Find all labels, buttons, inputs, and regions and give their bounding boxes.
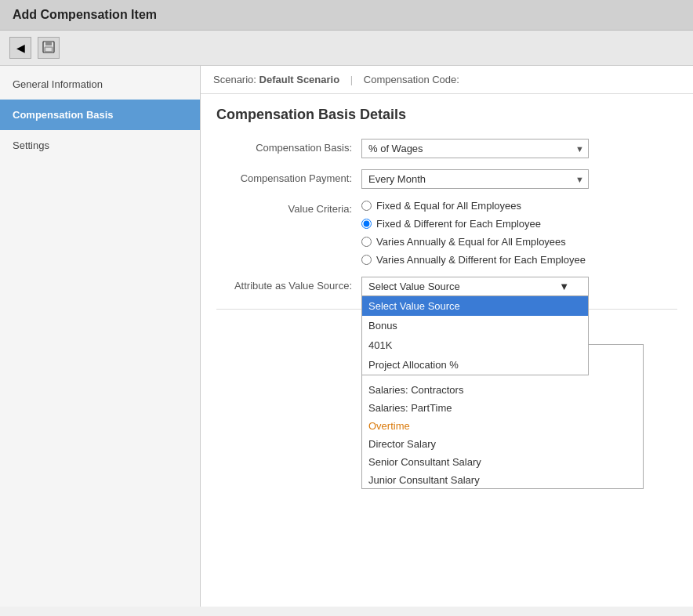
save-button[interactable] xyxy=(38,37,60,59)
sidebar-item-general-information[interactable]: General Information xyxy=(0,69,200,100)
compensation-payment-control: Every Month Every Quarter Every Year ▼ xyxy=(361,169,677,189)
compensation-payment-select[interactable]: Every Month Every Quarter Every Year xyxy=(361,169,589,189)
back-icon: ◀ xyxy=(16,42,25,54)
dropdown-option-2[interactable]: 401K xyxy=(362,335,588,355)
content-area: Scenario: Default Scenario | Compensatio… xyxy=(201,66,693,607)
attribute-value-source-label: Attribute as Value Source: xyxy=(216,277,361,292)
radio-item-1[interactable]: Fixed & Different for Each Employee xyxy=(361,218,677,230)
radio-item-2[interactable]: Varies Annually & Equal for All Employee… xyxy=(361,236,677,248)
scenario-value: Default Scenario xyxy=(259,74,340,85)
svg-rect-3 xyxy=(46,48,51,51)
compensation-basis-label: Compensation Basis: xyxy=(216,139,361,154)
compensation-basis-select[interactable]: % of Wages Fixed Amount Hours x Rate xyxy=(361,139,589,158)
compensation-payment-select-wrapper: Every Month Every Quarter Every Year ▼ xyxy=(361,169,589,189)
content-body: Compensation Basis Details Compensation … xyxy=(201,94,693,502)
svg-rect-1 xyxy=(45,42,52,45)
separator: | xyxy=(350,74,353,85)
code-label: Compensation Code: xyxy=(364,74,459,85)
page-title: Add Compensation Item xyxy=(13,8,157,21)
radio-item-0[interactable]: Fixed & Equal for All Employees xyxy=(361,200,677,212)
radio-label-0: Fixed & Equal for All Employees xyxy=(376,200,521,212)
attribute-dropdown-value: Select Value Source xyxy=(368,281,460,292)
radio-group: Fixed & Equal for All Employees Fixed & … xyxy=(361,200,677,266)
value-criteria-row: Value Criteria: Fixed & Equal for All Em… xyxy=(216,200,677,266)
radio-label-1: Fixed & Different for Each Employee xyxy=(376,218,541,230)
attribute-value-source-control: Select Value Source ▼ Select Value Sourc… xyxy=(361,277,677,296)
compensation-basis-control: % of Wages Fixed Amount Hours x Rate ▼ xyxy=(361,139,677,158)
list-item[interactable]: Salaries: PartTime xyxy=(362,399,643,417)
attribute-dropdown-trigger[interactable]: Select Value Source ▼ xyxy=(361,277,589,296)
list-item[interactable]: Salaries: Contractors xyxy=(362,381,643,399)
list-item[interactable]: Director Salary xyxy=(362,435,643,453)
attribute-dropdown-open: Select Value Source Bonus 401K Project A… xyxy=(361,296,589,375)
dropdown-option-1[interactable]: Bonus xyxy=(362,316,588,335)
sidebar-item-compensation-basis[interactable]: Compensation Basis xyxy=(0,100,200,130)
scenario-label: Scenario: xyxy=(213,74,256,85)
scenario-bar: Scenario: Default Scenario | Compensatio… xyxy=(201,66,693,94)
dropdown-option-3[interactable]: Project Allocation % xyxy=(362,355,588,375)
radio-input-3[interactable] xyxy=(361,255,372,265)
radio-label-2: Varies Annually & Equal for All Employee… xyxy=(376,236,566,248)
sidebar-item-settings[interactable]: Settings xyxy=(0,130,200,161)
attribute-value-source-row: Attribute as Value Source: Select Value … xyxy=(216,277,677,296)
list-item[interactable]: Junior Consultant Salary xyxy=(362,471,643,489)
back-button[interactable]: ◀ xyxy=(9,37,31,59)
radio-item-3[interactable]: Varies Annually & Different for Each Emp… xyxy=(361,254,677,266)
section-title: Compensation Basis Details xyxy=(216,107,677,123)
title-bar: Add Compensation Item xyxy=(0,0,693,31)
attribute-dropdown-arrow-icon: ▼ xyxy=(559,281,569,292)
radio-input-1[interactable] xyxy=(361,219,372,229)
toolbar: ◀ xyxy=(0,31,693,66)
list-item[interactable]: Senior Consultant Salary xyxy=(362,453,643,471)
save-icon xyxy=(42,41,55,56)
compensation-payment-label: Compensation Payment: xyxy=(216,169,361,184)
compensation-payment-row: Compensation Payment: Every Month Every … xyxy=(216,169,677,189)
main-layout: General Information Compensation Basis S… xyxy=(0,66,693,607)
list-item[interactable]: Overtime xyxy=(362,417,643,435)
sidebar: General Information Compensation Basis S… xyxy=(0,66,201,607)
compensation-basis-select-wrapper: % of Wages Fixed Amount Hours x Rate ▼ xyxy=(361,139,589,158)
radio-input-2[interactable] xyxy=(361,237,372,247)
radio-input-0[interactable] xyxy=(361,201,372,211)
radio-label-3: Varies Annually & Different for Each Emp… xyxy=(376,254,586,266)
attribute-dropdown-container: Select Value Source ▼ Select Value Sourc… xyxy=(361,277,589,296)
compensation-basis-row: Compensation Basis: % of Wages Fixed Amo… xyxy=(216,139,677,158)
value-criteria-label: Value Criteria: xyxy=(216,200,361,215)
dropdown-option-0[interactable]: Select Value Source xyxy=(362,296,588,316)
